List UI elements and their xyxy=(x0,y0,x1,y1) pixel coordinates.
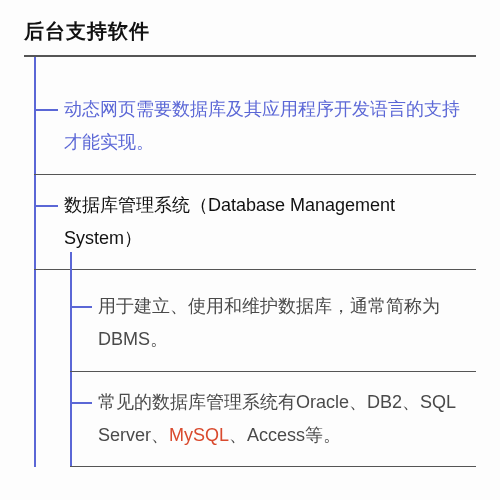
section-heading-dbms: 数据库管理系统（Database Management System） xyxy=(34,175,476,271)
dbms-subtree: 用于建立、使用和维护数据库，通常简称为DBMS。 常见的数据库管理系统有Orac… xyxy=(60,270,476,467)
intro-note: 动态网页需要数据库及其应用程序开发语言的支持才能实现。 xyxy=(34,79,476,175)
page-title: 后台支持软件 xyxy=(24,18,476,45)
dbms-examples: 常见的数据库管理系统有Oracle、DB2、SQL Server、MySQL、A… xyxy=(70,372,476,468)
outline-tree: 动态网页需要数据库及其应用程序开发语言的支持才能实现。 数据库管理系统（Data… xyxy=(24,57,476,467)
dbms-highlight-mysql: MySQL xyxy=(169,425,229,445)
dbms-definition-text: 用于建立、使用和维护数据库，通常简称为DBMS。 xyxy=(98,296,440,349)
dbms-examples-post: 、Access等。 xyxy=(229,425,341,445)
dbms-definition: 用于建立、使用和维护数据库，通常简称为DBMS。 xyxy=(70,276,476,372)
